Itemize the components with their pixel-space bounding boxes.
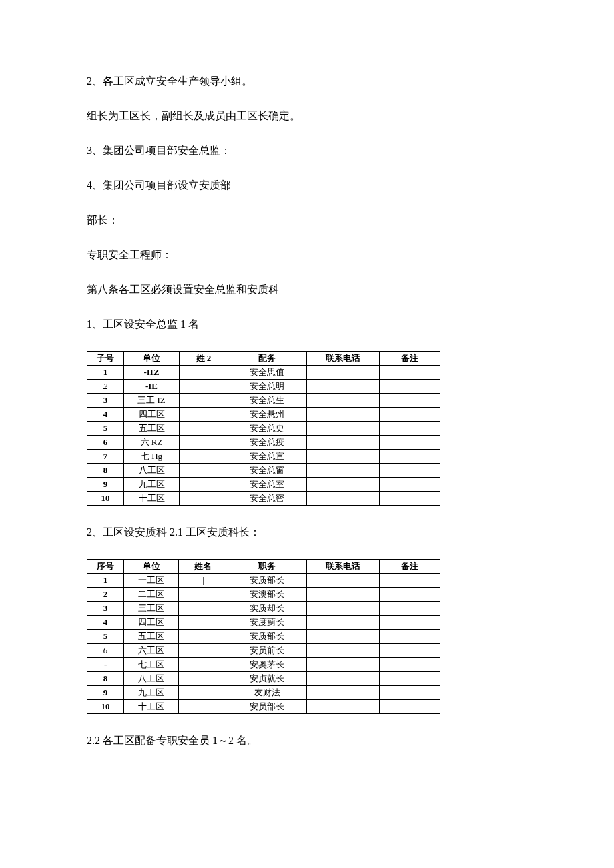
table2-cell-idx: 2 bbox=[87, 588, 124, 602]
table-row: 8八工区安贞就长 bbox=[87, 672, 440, 686]
table2-cell-note bbox=[379, 658, 440, 672]
table1-header-pos: 配务 bbox=[228, 352, 306, 366]
table2-header-note: 备注 bbox=[379, 560, 440, 574]
table1-cell-pos: 安全总密 bbox=[228, 492, 306, 506]
table2-cell-unit: 七工区 bbox=[124, 658, 179, 672]
paragraph-3: 3、集团公司项目部安全总监： bbox=[87, 143, 527, 159]
table-row: 2二工区安澳部长 bbox=[87, 588, 440, 602]
table1-cell-name bbox=[179, 394, 228, 408]
table2-cell-unit: 四工区 bbox=[124, 616, 179, 630]
table2-cell-pos: 安员部长 bbox=[228, 700, 306, 714]
table2-cell-note bbox=[379, 644, 440, 658]
table2-cell-phone bbox=[306, 658, 379, 672]
table2-cell-pos: 安质部长 bbox=[228, 574, 306, 588]
paragraph-2: 组长为工区长，副组长及成员由工区长确定。 bbox=[87, 108, 527, 124]
table2-cell-phone bbox=[306, 644, 379, 658]
table1-cell-name bbox=[179, 408, 228, 422]
table2-cell-note bbox=[379, 588, 440, 602]
table1-cell-unit: 六 RZ bbox=[124, 436, 180, 450]
table1-cell-idx: 10 bbox=[87, 492, 124, 506]
table-row: 5五工区安全总史 bbox=[87, 422, 440, 436]
table1-cell-unit: 八工区 bbox=[124, 464, 180, 478]
table2-cell-name bbox=[179, 658, 228, 672]
table1-cell-pos: 安全总窗 bbox=[228, 464, 306, 478]
table2-cell-name bbox=[179, 686, 228, 700]
table1-cell-name bbox=[179, 478, 228, 492]
paragraph-8: 1、工区设安全总监 1 名 bbox=[87, 316, 527, 332]
table2-cell-pos: 实质却长 bbox=[228, 602, 306, 616]
table2-cell-idx: - bbox=[87, 658, 124, 672]
table2-cell-phone bbox=[306, 574, 379, 588]
table-row: 2-IE安全总明 bbox=[87, 380, 440, 394]
table2-cell-idx: 5 bbox=[87, 630, 124, 644]
table-row: 10十工区安员部长 bbox=[87, 700, 440, 714]
table1-cell-idx: 3 bbox=[87, 394, 124, 408]
table1-cell-pos: 安全总明 bbox=[228, 380, 306, 394]
table1-cell-note bbox=[379, 464, 440, 478]
table2-cell-note bbox=[379, 700, 440, 714]
table2-cell-unit: 六工区 bbox=[124, 644, 179, 658]
table1-cell-note bbox=[379, 478, 440, 492]
table1-cell-name bbox=[179, 492, 228, 506]
table2-cell-unit: 十工区 bbox=[124, 700, 179, 714]
table1-cell-phone bbox=[306, 366, 379, 380]
table1-cell-name bbox=[179, 450, 228, 464]
table1-cell-pos: 安全悬州 bbox=[228, 408, 306, 422]
paragraph-5: 部长： bbox=[87, 212, 527, 228]
table-row: 1一工区|安质部长 bbox=[87, 574, 440, 588]
table1-cell-idx: 6 bbox=[87, 436, 124, 450]
table1-cell-phone bbox=[306, 408, 379, 422]
table1-header-unit: 单位 bbox=[124, 352, 180, 366]
paragraph-6: 专职安全工程师： bbox=[87, 247, 527, 263]
table1-cell-pos: 安全总疫 bbox=[228, 436, 306, 450]
table2-cell-phone bbox=[306, 672, 379, 686]
table1-cell-idx: 5 bbox=[87, 422, 124, 436]
table2-cell-unit: 一工区 bbox=[124, 574, 179, 588]
table1-cell-unit: 七 Hg bbox=[124, 450, 180, 464]
table2-header-name: 姓名 bbox=[179, 560, 228, 574]
table2-cell-note bbox=[379, 672, 440, 686]
table1-cell-pos: 安全总室 bbox=[228, 478, 306, 492]
table2-cell-idx: 8 bbox=[87, 672, 124, 686]
table2-header-unit: 单位 bbox=[124, 560, 179, 574]
table1-cell-note bbox=[379, 492, 440, 506]
paragraph-4: 4、集团公司项目部设立安质部 bbox=[87, 177, 527, 193]
table1-cell-unit: 四工区 bbox=[124, 408, 180, 422]
table1-cell-phone bbox=[306, 492, 379, 506]
table1-cell-idx: 7 bbox=[87, 450, 124, 464]
table2-cell-pos: 安奥茅长 bbox=[228, 658, 306, 672]
table2-cell-name bbox=[179, 602, 228, 616]
paragraph-7: 第八条各工区必须设置安全总监和安质科 bbox=[87, 282, 527, 298]
table1-cell-phone bbox=[306, 436, 379, 450]
table1-cell-idx: 1 bbox=[87, 366, 124, 380]
table1-cell-note bbox=[379, 408, 440, 422]
table1-cell-unit: 九工区 bbox=[124, 478, 180, 492]
table2-cell-name bbox=[179, 616, 228, 630]
paragraph-9: 2、工区设安质科 2.1 工区安质科长： bbox=[87, 524, 527, 540]
table2-cell-name bbox=[179, 588, 228, 602]
table-safety-section-chief: 序号 单位 姓名 职务 联系电话 备注 1一工区|安质部长2二工区安澳部长3三工… bbox=[87, 559, 440, 714]
table2-cell-pos: 安澳部长 bbox=[228, 588, 306, 602]
table-row: -七工区安奥茅长 bbox=[87, 658, 440, 672]
table-row: 9九工区安全总室 bbox=[87, 478, 440, 492]
table2-cell-name: | bbox=[179, 574, 228, 588]
table2-cell-phone bbox=[306, 588, 379, 602]
table2-cell-pos: 安度蓟长 bbox=[228, 616, 306, 630]
table1-cell-note bbox=[379, 394, 440, 408]
table1-cell-name bbox=[179, 422, 228, 436]
table1-cell-phone bbox=[306, 478, 379, 492]
table2-cell-unit: 八工区 bbox=[124, 672, 179, 686]
table1-cell-unit: 三工 IZ bbox=[124, 394, 180, 408]
table2-cell-pos: 安贞就长 bbox=[228, 672, 306, 686]
table2-header-idx: 序号 bbox=[87, 560, 124, 574]
table2-cell-idx: 1 bbox=[87, 574, 124, 588]
table1-cell-phone bbox=[306, 464, 379, 478]
table1-cell-name bbox=[179, 464, 228, 478]
table1-cell-unit: -IE bbox=[124, 380, 180, 394]
table1-header-note: 备注 bbox=[379, 352, 440, 366]
table2-cell-idx: 4 bbox=[87, 616, 124, 630]
table-row: 6六 RZ安全总疫 bbox=[87, 436, 440, 450]
table1-cell-pos: 安全总宣 bbox=[228, 450, 306, 464]
table2-cell-name bbox=[179, 672, 228, 686]
table-row: 10十工区安全总密 bbox=[87, 492, 440, 506]
